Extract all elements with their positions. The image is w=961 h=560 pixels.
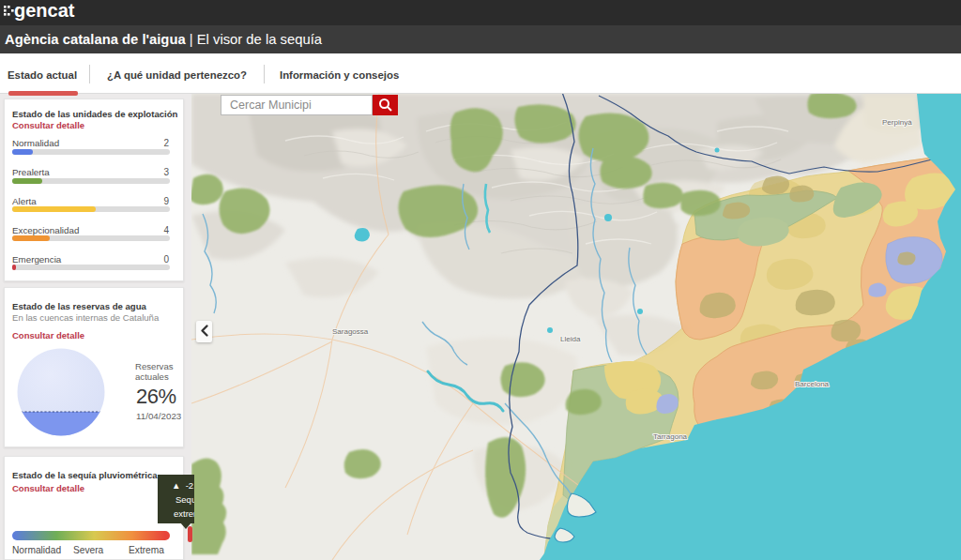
svg-text:Saragossa: Saragossa: [332, 327, 369, 336]
svg-text:Tarragona: Tarragona: [653, 432, 688, 441]
svg-text:Perpinyà: Perpinyà: [882, 118, 912, 127]
svg-text:Lleida: Lleida: [560, 335, 581, 343]
svg-text:Barcelona: Barcelona: [795, 380, 830, 388]
